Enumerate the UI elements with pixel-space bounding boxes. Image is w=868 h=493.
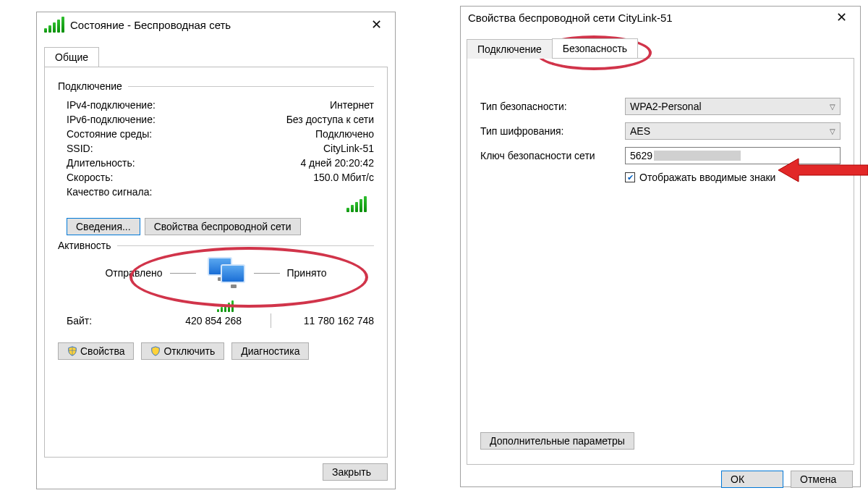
field-encryption-type: Тип шифрования: AES ▽ — [480, 122, 841, 140]
encryption-type-value: AES — [630, 125, 650, 137]
bytes-sent-value: 420 854 268 — [146, 315, 263, 326]
speed-value: 150.0 Мбит/с — [313, 172, 374, 183]
ipv4-label: IPv4-подключение: — [67, 99, 156, 111]
shield-icon — [150, 346, 161, 356]
shield-icon — [67, 346, 77, 356]
sent-label: Отправлено — [105, 267, 162, 279]
tab-strip: Общие — [37, 37, 395, 67]
signal-label: Качество сигнала: — [67, 186, 152, 198]
bytes-received-value: 11 780 162 748 — [278, 315, 374, 326]
show-characters-label: Отображать вводимые знаки — [639, 172, 775, 183]
ssid-label: SSID: — [67, 143, 93, 154]
wifi-signal-icon — [44, 17, 64, 33]
ipv6-value: Без доступа к сети — [286, 114, 374, 125]
chevron-down-icon: ▽ — [830, 127, 835, 135]
media-label: Состояние среды: — [67, 128, 152, 140]
disable-button[interactable]: Отключить — [141, 342, 224, 360]
wifi-status-dialog: Состояние - Беспроводная сеть ✕ Общие По… — [36, 12, 396, 489]
security-type-label: Тип безопасности: — [480, 101, 625, 112]
tab-general[interactable]: Общие — [44, 47, 99, 67]
cancel-button[interactable]: Отмена — [791, 471, 853, 488]
tab-security[interactable]: Безопасность — [552, 38, 638, 58]
network-key-masked-part — [654, 151, 741, 161]
close-icon[interactable]: ✕ — [363, 14, 389, 35]
wireless-properties-button[interactable]: Свойства беспроводной сети — [145, 218, 301, 235]
row-ipv6: IPv6-подключение:Без доступа к сети — [58, 112, 374, 127]
ok-button[interactable]: ОК — [721, 471, 783, 488]
dialog-title: Свойства беспроводной сети CityLink-51 — [468, 12, 828, 24]
properties-button[interactable]: Свойства — [58, 342, 134, 360]
row-speed: Скорость:150.0 Мбит/с — [58, 170, 374, 185]
disable-button-label: Отключить — [163, 345, 215, 357]
diagnose-button[interactable]: Диагностика — [231, 342, 309, 360]
signal-strength-icon — [346, 196, 367, 212]
group-connection-header: Подключение — [58, 80, 374, 92]
advanced-settings-button[interactable]: Дополнительные параметры — [480, 432, 634, 450]
ssid-value: CityLink-51 — [323, 143, 374, 154]
network-key-label: Ключ безопасности сети — [480, 150, 625, 161]
group-activity-label: Активность — [58, 240, 117, 251]
field-network-key: Ключ безопасности сети 5629 — [480, 147, 841, 164]
group-connection-label: Подключение — [58, 80, 128, 92]
titlebar: Свойства беспроводной сети CityLink-51 ✕ — [461, 7, 860, 28]
group-activity-header: Активность — [58, 240, 374, 251]
tab-panel-general: Подключение IPv4-подключение:Интернет IP… — [44, 67, 388, 458]
tab-connection[interactable]: Подключение — [467, 39, 553, 59]
bytes-label: Байт: — [67, 315, 146, 326]
row-media: Состояние среды:Подключено — [58, 127, 374, 141]
security-type-select[interactable]: WPA2-Personal ▽ — [625, 98, 841, 115]
network-key-input[interactable]: 5629 — [625, 147, 841, 164]
show-characters-checkbox[interactable]: ✔ — [625, 172, 635, 182]
tab-panel-security: Тип безопасности: WPA2-Personal ▽ Тип ши… — [467, 58, 854, 465]
wifi-properties-dialog: Свойства беспроводной сети CityLink-51 ✕… — [460, 6, 861, 487]
row-duration: Длительность:4 дней 20:20:42 — [58, 156, 374, 170]
chevron-down-icon: ▽ — [830, 103, 835, 111]
received-label: Принято — [287, 267, 327, 279]
close-button[interactable]: Закрыть — [323, 463, 388, 481]
tab-strip: Подключение Безопасность — [461, 28, 860, 58]
duration-label: Длительность: — [67, 157, 135, 169]
properties-button-label: Свойства — [80, 345, 124, 357]
show-characters-row: ✔ Отображать вводимые знаки — [625, 172, 841, 183]
field-security-type: Тип безопасности: WPA2-Personal ▽ — [480, 98, 841, 115]
details-button[interactable]: Сведения... — [67, 218, 140, 235]
security-type-value: WPA2-Personal — [630, 101, 702, 112]
dialog-title: Состояние - Беспроводная сеть — [70, 19, 363, 31]
duration-value: 4 дней 20:20:42 — [300, 157, 374, 169]
row-ssid: SSID:CityLink-51 — [58, 141, 374, 156]
ipv6-label: IPv6-подключение: — [67, 114, 156, 125]
activity-signal-icon — [217, 300, 234, 312]
media-value: Подключено — [315, 128, 374, 140]
network-key-visible-part: 5629 — [630, 150, 652, 161]
row-ipv4: IPv4-подключение:Интернет — [58, 98, 374, 112]
titlebar: Состояние - Беспроводная сеть ✕ — [37, 12, 395, 37]
activity-area: Отправлено Принято Байт: 420 854 268 11 … — [58, 257, 374, 328]
encryption-type-select[interactable]: AES ▽ — [625, 122, 841, 140]
encryption-type-label: Тип шифрования: — [480, 125, 625, 137]
monitors-icon — [203, 257, 247, 289]
ipv4-value: Интернет — [330, 99, 374, 111]
close-icon[interactable]: ✕ — [828, 7, 854, 28]
speed-label: Скорость: — [67, 172, 113, 183]
